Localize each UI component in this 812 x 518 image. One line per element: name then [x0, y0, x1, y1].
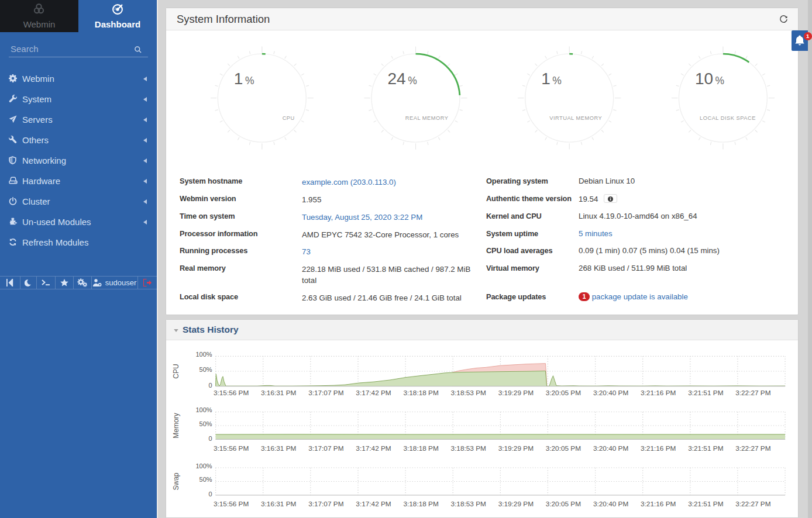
svg-text:3:18:53 PM: 3:18:53 PM: [451, 444, 486, 453]
svg-text:3:16:31 PM: 3:16:31 PM: [261, 500, 296, 508]
svg-text:Swap: Swap: [172, 472, 180, 490]
svg-text:50%: 50%: [199, 476, 212, 483]
svg-text:3:21:51 PM: 3:21:51 PM: [688, 500, 723, 508]
svg-text:3:17:42 PM: 3:17:42 PM: [356, 389, 391, 397]
svg-text:3:16:31 PM: 3:16:31 PM: [261, 389, 296, 397]
svg-text:3:15:56 PM: 3:15:56 PM: [214, 444, 249, 453]
svg-text:3:19:29 PM: 3:19:29 PM: [498, 444, 534, 453]
svg-text:CPU: CPU: [172, 364, 180, 378]
svg-text:3:22:27 PM: 3:22:27 PM: [735, 500, 770, 508]
svg-text:3:19:29 PM: 3:19:29 PM: [498, 500, 534, 508]
svg-text:0: 0: [208, 491, 212, 498]
svg-text:3:18:53 PM: 3:18:53 PM: [451, 389, 486, 397]
svg-text:3:18:18 PM: 3:18:18 PM: [403, 444, 438, 453]
svg-text:3:18:18 PM: 3:18:18 PM: [403, 500, 438, 508]
svg-text:3:15:56 PM: 3:15:56 PM: [214, 500, 249, 508]
svg-text:3:17:07 PM: 3:17:07 PM: [308, 444, 343, 453]
svg-text:3:22:27 PM: 3:22:27 PM: [735, 389, 770, 397]
svg-text:3:16:31 PM: 3:16:31 PM: [261, 444, 296, 453]
svg-text:3:19:29 PM: 3:19:29 PM: [498, 389, 534, 397]
svg-text:3:17:42 PM: 3:17:42 PM: [356, 500, 391, 508]
svg-text:3:18:18 PM: 3:18:18 PM: [403, 389, 438, 397]
svg-text:0: 0: [208, 435, 212, 442]
svg-text:3:21:51 PM: 3:21:51 PM: [688, 389, 723, 397]
svg-text:100%: 100%: [195, 351, 212, 358]
svg-text:3:21:16 PM: 3:21:16 PM: [641, 500, 676, 508]
svg-text:1%: 1%: [541, 70, 562, 88]
svg-text:LOCAL DISK SPACE: LOCAL DISK SPACE: [700, 115, 756, 121]
svg-text:50%: 50%: [199, 366, 212, 373]
svg-text:50%: 50%: [199, 420, 212, 427]
svg-text:3:22:27 PM: 3:22:27 PM: [735, 444, 770, 453]
svg-text:1%: 1%: [234, 70, 254, 88]
svg-text:3:15:56 PM: 3:15:56 PM: [214, 389, 249, 397]
svg-text:3:20:40 PM: 3:20:40 PM: [593, 389, 628, 397]
svg-text:Memory: Memory: [172, 413, 180, 438]
svg-text:0: 0: [208, 382, 212, 389]
svg-text:3:17:07 PM: 3:17:07 PM: [308, 500, 343, 508]
svg-text:3:20:05 PM: 3:20:05 PM: [546, 444, 581, 453]
svg-text:VIRTUAL MEMORY: VIRTUAL MEMORY: [549, 115, 602, 121]
svg-text:3:20:05 PM: 3:20:05 PM: [546, 500, 581, 508]
svg-text:REAL MEMORY: REAL MEMORY: [405, 115, 449, 121]
svg-text:3:20:40 PM: 3:20:40 PM: [593, 444, 628, 453]
svg-text:3:20:40 PM: 3:20:40 PM: [593, 500, 628, 508]
svg-text:CPU: CPU: [283, 115, 295, 121]
svg-text:100%: 100%: [195, 406, 212, 413]
svg-text:3:18:53 PM: 3:18:53 PM: [451, 500, 486, 508]
svg-text:24%: 24%: [388, 70, 417, 88]
svg-text:3:17:42 PM: 3:17:42 PM: [356, 444, 391, 453]
svg-text:10%: 10%: [695, 70, 724, 88]
svg-text:3:21:16 PM: 3:21:16 PM: [641, 444, 676, 453]
svg-text:3:20:05 PM: 3:20:05 PM: [546, 389, 581, 397]
svg-text:3:21:51 PM: 3:21:51 PM: [688, 444, 723, 453]
svg-text:3:17:07 PM: 3:17:07 PM: [308, 389, 343, 397]
svg-text:100%: 100%: [195, 462, 212, 469]
svg-text:3:21:16 PM: 3:21:16 PM: [641, 389, 676, 397]
